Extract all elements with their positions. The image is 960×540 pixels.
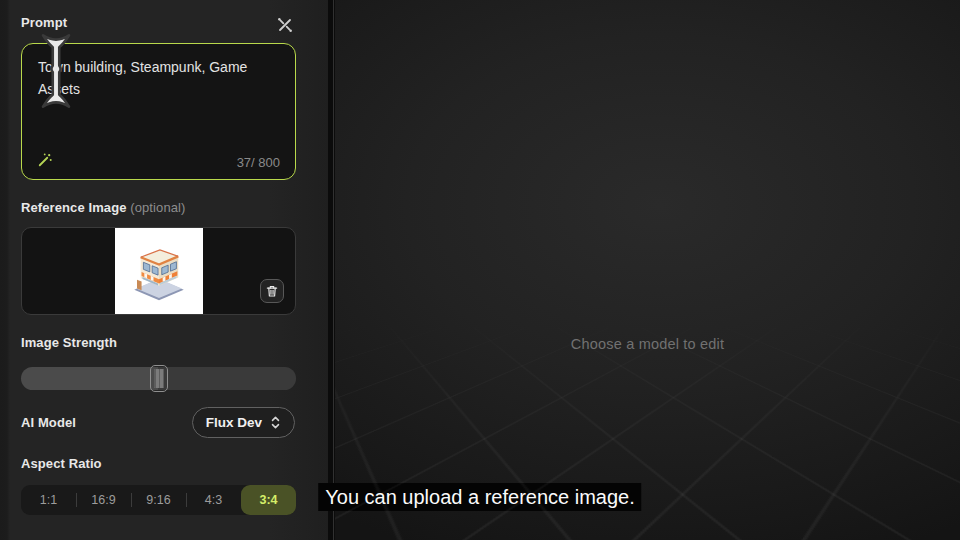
ai-model-selected-value: Flux Dev [206,415,262,430]
prompt-input[interactable]: Town building, Steampunk, Game Assets 37… [21,43,296,180]
aspect-ratio-label: Aspect Ratio [21,456,102,471]
reference-image-thumbnail [115,228,203,314]
aspect-option-4-3[interactable]: 4:3 [186,485,241,515]
trash-icon [265,284,279,298]
delete-reference-image-button[interactable] [260,279,284,303]
enhance-prompt-button[interactable] [36,151,54,169]
reference-image-label-text: Reference Image [21,200,127,215]
aspect-option-16-9[interactable]: 16:9 [76,485,131,515]
reference-image-label: Reference Image (optional) [21,200,185,215]
panel-divider [328,0,334,540]
aspect-ratio-control: 1:1 16:9 9:16 4:3 3:4 [21,485,296,515]
magic-wand-icon [36,151,54,169]
storefront-building-illustration [126,238,192,304]
aspect-option-3-4[interactable]: 3:4 [241,485,296,515]
ai-model-label: AI Model [21,415,76,430]
image-strength-label: Image Strength [21,335,117,350]
editor-viewport[interactable]: Choose a model to edit [335,0,960,540]
chevron-up-down-icon [270,414,281,431]
shuffle-icon [275,15,295,35]
viewport-empty-state: Choose a model to edit [335,336,960,352]
app-frame: Prompt Town building, Steampunk, Game As… [0,0,960,540]
prompt-value: Town building, Steampunk, Game Assets [38,57,279,100]
generation-sidebar: Prompt Town building, Steampunk, Game As… [0,0,328,540]
perspective-grid-floor [335,21,960,324]
prompt-label: Prompt [21,15,67,30]
tutorial-caption: You can upload a reference image. [318,483,641,511]
aspect-option-9-16[interactable]: 9:16 [131,485,186,515]
image-strength-slider[interactable] [21,367,296,390]
reference-image-optional-text: (optional) [130,200,185,215]
slider-handle[interactable] [150,365,168,392]
shuffle-prompt-button[interactable] [275,15,295,35]
reference-image-preview[interactable] [21,227,296,315]
ai-model-select[interactable]: Flux Dev [192,407,295,438]
aspect-option-1-1[interactable]: 1:1 [21,485,76,515]
character-counter: 37/ 800 [237,155,280,170]
